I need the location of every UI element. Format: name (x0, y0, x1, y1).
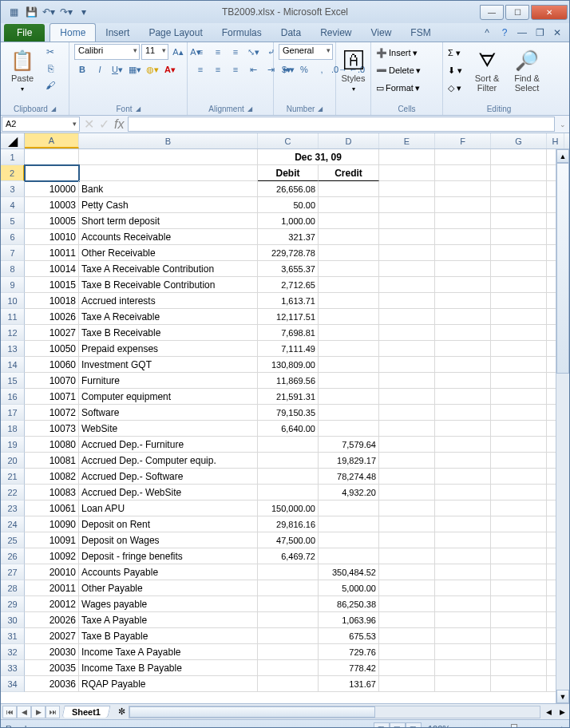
cell[interactable]: 10081 (25, 453, 79, 469)
zoom-level[interactable]: 100% (428, 724, 450, 729)
row-header[interactable]: 20 (1, 453, 25, 469)
cell[interactable]: 20030 (25, 644, 79, 660)
cell[interactable]: 131.67 (319, 676, 379, 692)
cell[interactable]: 1,000.00 (258, 213, 319, 229)
cell[interactable] (379, 357, 435, 373)
cell[interactable]: 3,655.37 (258, 261, 319, 277)
cell[interactable]: Furniture (79, 373, 258, 389)
cell[interactable]: 350,484.52 (319, 564, 379, 580)
tab-insert[interactable]: Insert (96, 24, 139, 42)
row-header[interactable]: 5 (1, 213, 25, 229)
cell[interactable] (258, 469, 319, 485)
cell[interactable]: 5,000.00 (319, 580, 379, 596)
column-header[interactable]: B (79, 133, 258, 148)
row-header[interactable]: 1 (1, 149, 25, 165)
cell[interactable] (379, 293, 435, 309)
cell[interactable]: Petty Cash (79, 197, 258, 213)
cell[interactable]: 20010 (25, 564, 79, 580)
cell[interactable] (379, 516, 435, 532)
cell[interactable]: 130,809.00 (258, 357, 319, 373)
tab-data[interactable]: Data (271, 24, 311, 42)
row-header[interactable]: 12 (1, 325, 25, 341)
tab-page-layout[interactable]: Page Layout (139, 24, 212, 42)
cell[interactable] (491, 485, 547, 500)
cell[interactable] (491, 548, 547, 564)
cell[interactable] (491, 644, 547, 660)
mdi-min-icon[interactable]: — (515, 26, 529, 40)
normal-view-icon[interactable]: ▦ (374, 722, 390, 729)
cell[interactable] (379, 532, 435, 548)
scroll-down-icon[interactable]: ▼ (556, 690, 569, 703)
row-header[interactable]: 7 (1, 245, 25, 261)
row-header[interactable]: 4 (1, 197, 25, 213)
cell[interactable] (319, 245, 379, 261)
sort-filter-button[interactable]: ᗊ Sort & Filter (469, 44, 505, 98)
cell[interactable]: 10010 (25, 229, 79, 245)
page-break-view-icon[interactable]: ▥ (406, 722, 422, 729)
cell[interactable]: 10026 (25, 309, 79, 325)
cell[interactable]: 10080 (25, 437, 79, 453)
cell[interactable] (491, 325, 547, 341)
cell[interactable] (319, 357, 379, 373)
cell[interactable] (435, 325, 491, 341)
cell[interactable]: 4,932.20 (319, 485, 379, 500)
cell[interactable]: 21,591.31 (258, 389, 319, 405)
column-header[interactable]: H (547, 133, 564, 148)
cell[interactable]: 10060 (25, 357, 79, 373)
hscroll-left-icon[interactable]: ◀ (542, 708, 556, 716)
cell[interactable] (379, 405, 435, 421)
sheet-tab[interactable]: Sheet1 (61, 706, 110, 718)
cell[interactable] (435, 389, 491, 405)
insert-cells-button[interactable]: ➕Insert ▾ (376, 44, 421, 61)
cell[interactable] (319, 325, 379, 341)
cell[interactable] (79, 149, 258, 165)
cell[interactable]: 6,640.00 (258, 421, 319, 437)
cell[interactable]: 229,728.78 (258, 245, 319, 261)
column-header[interactable]: F (435, 133, 491, 148)
cell[interactable]: 7,698.81 (258, 325, 319, 341)
fx-icon[interactable]: fx (114, 117, 124, 132)
row-header[interactable]: 30 (1, 612, 25, 628)
cut-icon[interactable]: ✂ (42, 44, 58, 60)
cell[interactable]: Credit (319, 165, 379, 181)
cell[interactable]: Taxe A Receivable Contribution (79, 261, 258, 277)
cell[interactable]: 10000 (25, 181, 79, 197)
cell[interactable] (491, 389, 547, 405)
cell[interactable]: 20026 (25, 612, 79, 628)
cell[interactable] (379, 309, 435, 325)
cell[interactable] (491, 453, 547, 469)
cell[interactable] (435, 564, 491, 580)
hscroll-thumb[interactable] (129, 706, 375, 718)
alignment-dialog-icon[interactable]: ◢ (247, 105, 252, 113)
cell[interactable] (319, 309, 379, 325)
cell[interactable]: Accrued Dep.- Software (79, 469, 258, 485)
cell[interactable]: 675.53 (319, 628, 379, 644)
cell[interactable] (435, 149, 491, 165)
cell[interactable] (435, 245, 491, 261)
cell[interactable] (491, 309, 547, 325)
close-button[interactable]: ✕ (531, 5, 568, 20)
cell[interactable] (435, 469, 491, 485)
cell[interactable] (379, 261, 435, 277)
cell[interactable] (435, 165, 491, 181)
cell[interactable] (319, 373, 379, 389)
cell[interactable] (379, 197, 435, 213)
paste-button[interactable]: 📋 Paste ▾ (6, 44, 39, 98)
cell[interactable] (379, 644, 435, 660)
cell[interactable]: 10091 (25, 532, 79, 548)
cell[interactable] (258, 660, 319, 676)
row-header[interactable]: 2 (1, 165, 25, 181)
cell[interactable] (379, 213, 435, 229)
cell[interactable]: Short term deposit (79, 213, 258, 229)
tab-home[interactable]: Home (49, 23, 96, 42)
cell[interactable]: 86,250.38 (319, 596, 379, 612)
cell[interactable]: 20027 (25, 628, 79, 644)
cell[interactable] (319, 389, 379, 405)
clipboard-dialog-icon[interactable]: ◢ (51, 105, 56, 113)
cell[interactable] (435, 676, 491, 692)
cell[interactable]: Accounts Receivable (79, 229, 258, 245)
cell[interactable]: Income Taxe B Payable (79, 660, 258, 676)
cell[interactable]: 10090 (25, 516, 79, 532)
cell[interactable] (379, 453, 435, 469)
cell[interactable] (258, 437, 319, 453)
